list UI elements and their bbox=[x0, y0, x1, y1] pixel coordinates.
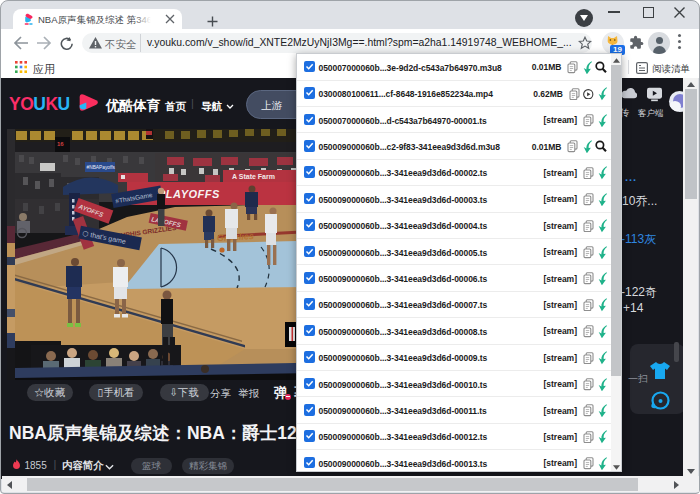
svg-text:PLAYOFFS: PLAYOFFS bbox=[158, 188, 220, 200]
svg-text:16: 16 bbox=[57, 141, 64, 147]
svg-text:A State Farm: A State Farm bbox=[232, 173, 275, 180]
svg-text:#NBAPayoffs: #NBAPayoffs bbox=[87, 165, 116, 170]
